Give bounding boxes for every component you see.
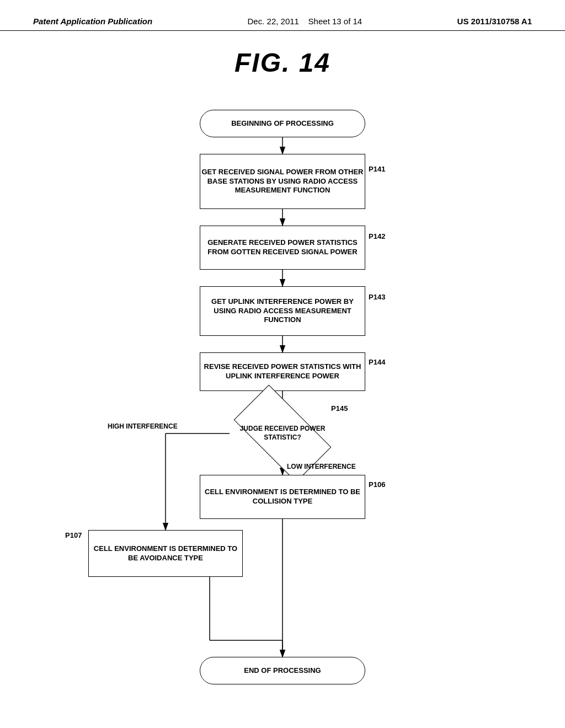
p107-text: CELL ENVIRONMENT IS DETERMINED TO BE AVO…	[89, 544, 242, 563]
page-header: Patent Application Publication Dec. 22, …	[0, 0, 565, 31]
p141-text: GET RECEIVED SIGNAL POWER FROM OTHER BAS…	[200, 168, 365, 196]
p107-box: CELL ENVIRONMENT IS DETERMINED TO BE AVO…	[88, 530, 243, 577]
p145-text: JUDGE RECEIVED POWER STATISTIC?	[238, 425, 327, 442]
p145-label: P145	[331, 404, 348, 413]
p106-box: CELL ENVIRONMENT IS DETERMINED TO BE COL…	[200, 475, 365, 519]
p144-label: P144	[369, 358, 385, 366]
figure-title: FIG. 14	[0, 47, 565, 78]
p143-label: P143	[369, 293, 385, 301]
p144-text: REVISE RECEIVED POWER STATISTICS WITH UP…	[200, 362, 365, 381]
high-interference-label: HIGH INTERFERENCE	[108, 422, 178, 430]
p144-box: REVISE RECEIVED POWER STATISTICS WITH UP…	[200, 352, 365, 391]
low-interference-label: LOW INTERFERENCE	[287, 463, 356, 470]
p142-text: GENERATE RECEIVED POWER STATISTICS FROM …	[200, 238, 365, 257]
p142-box: GENERATE RECEIVED POWER STATISTICS FROM …	[200, 226, 365, 270]
p143-box: GET UPLINK INTERFERENCE POWER BY USING R…	[200, 286, 365, 336]
end-box: END OF PROCESSING	[200, 657, 365, 684]
p145-diamond: JUDGE RECEIVED POWER STATISTIC?	[238, 409, 327, 458]
flowchart: BEGINNING OF PROCESSING GET RECEIVED SIG…	[0, 83, 565, 718]
p141-box: GET RECEIVED SIGNAL POWER FROM OTHER BAS…	[200, 154, 365, 209]
p106-text: CELL ENVIRONMENT IS DETERMINED TO BE COL…	[200, 488, 365, 506]
sheet: Sheet 13 of 14	[308, 17, 363, 26]
end-label: END OF PROCESSING	[244, 666, 321, 676]
p143-text: GET UPLINK INTERFERENCE POWER BY USING R…	[200, 297, 365, 325]
publication-label: Patent Application Publication	[33, 17, 152, 26]
start-box: BEGINNING OF PROCESSING	[200, 110, 365, 137]
p107-label: P107	[65, 531, 82, 539]
start-label: BEGINNING OF PROCESSING	[231, 119, 334, 129]
p106-label: P106	[369, 480, 385, 489]
date: Dec. 22, 2011	[248, 17, 299, 26]
p141-label: P141	[369, 165, 385, 173]
p142-label: P142	[369, 232, 385, 240]
date-sheet: Dec. 22, 2011 Sheet 13 of 14	[248, 17, 363, 26]
patent-number: US 2011/310758 A1	[457, 17, 532, 26]
